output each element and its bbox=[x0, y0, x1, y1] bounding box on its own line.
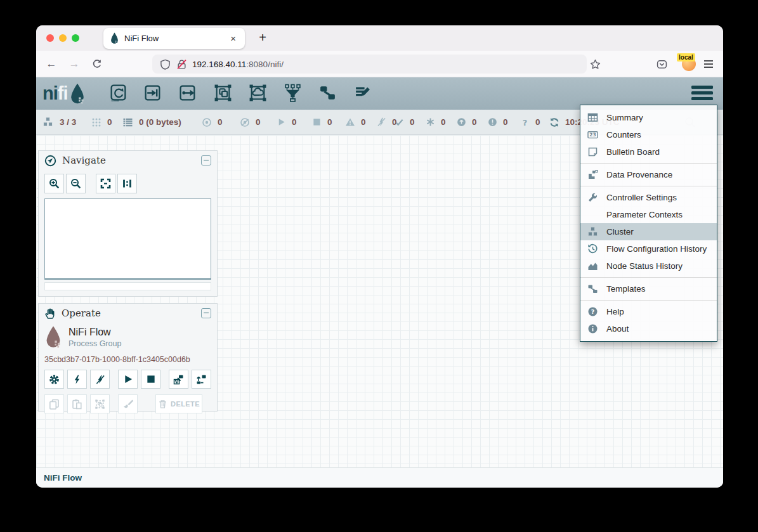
svg-text:?: ? bbox=[591, 308, 595, 315]
menu-item-controller-settings[interactable]: Controller Settings bbox=[580, 189, 717, 206]
funnel-component[interactable] bbox=[283, 83, 303, 103]
data-provenance-icon bbox=[587, 169, 598, 180]
configure-button[interactable] bbox=[44, 370, 64, 389]
fill-color-button[interactable] bbox=[118, 394, 138, 413]
menu-separator bbox=[580, 300, 717, 301]
not-transmitting-icon bbox=[240, 117, 250, 127]
status-disabled: 0 bbox=[377, 110, 397, 134]
insecure-lock-icon[interactable] bbox=[176, 59, 187, 70]
gear-icon bbox=[49, 374, 60, 385]
disable-button[interactable] bbox=[90, 370, 110, 389]
stop-button[interactable] bbox=[141, 370, 160, 389]
menu-item-about[interactable]: About bbox=[580, 320, 717, 337]
operate-collapse-button[interactable] bbox=[201, 308, 211, 318]
menu-item-flow-configuration-history[interactable]: Flow Configuration History bbox=[580, 240, 717, 257]
stopped-square-icon bbox=[312, 117, 322, 127]
menu-item-counters[interactable]: 23 Counters bbox=[580, 126, 717, 143]
navigate-toolbar bbox=[44, 174, 211, 193]
copy-button[interactable] bbox=[44, 394, 64, 413]
operate-panel-body: NiFi Flow Process Group 35cbd3b7-017b-10… bbox=[39, 323, 217, 420]
tab-strip: NiFi Flow × + bbox=[36, 25, 723, 51]
upload-template-button[interactable] bbox=[192, 370, 211, 389]
zoom-fit-button[interactable] bbox=[96, 174, 115, 193]
start-play-icon bbox=[123, 374, 133, 384]
pocket-icon[interactable] bbox=[654, 56, 669, 72]
group-selection-icon bbox=[95, 399, 105, 410]
shield-permissions-icon[interactable] bbox=[160, 59, 171, 70]
url-host: 192.168.40.11 bbox=[192, 60, 246, 69]
processor-component[interactable] bbox=[108, 83, 128, 103]
menu-item-templates[interactable]: Templates bbox=[580, 280, 717, 297]
delete-button[interactable]: DELETE bbox=[155, 394, 202, 413]
breadcrumb-root[interactable]: NiFi Flow bbox=[44, 473, 82, 483]
group-button[interactable] bbox=[90, 394, 110, 413]
selected-component-type: Process Group bbox=[69, 339, 121, 348]
process-group-component[interactable] bbox=[213, 83, 233, 103]
back-icon[interactable]: ← bbox=[44, 56, 59, 72]
forward-icon[interactable]: → bbox=[67, 56, 82, 72]
cluster-cubes-icon bbox=[587, 226, 598, 237]
remote-process-group-component[interactable] bbox=[248, 83, 268, 103]
menu-item-data-provenance[interactable]: Data Provenance bbox=[580, 166, 717, 183]
status-locally-modified-and-stale: 0 bbox=[488, 110, 508, 134]
maximize-window-button[interactable] bbox=[72, 34, 79, 42]
start-button[interactable] bbox=[118, 370, 138, 389]
zoom-in-icon bbox=[49, 178, 60, 189]
disabled-bolt-icon bbox=[377, 117, 386, 127]
asterisk-icon bbox=[426, 117, 435, 127]
nifi-logo-drop-icon bbox=[69, 82, 86, 105]
svg-text:23: 23 bbox=[589, 132, 596, 138]
check-icon bbox=[395, 117, 404, 127]
status-running: 0 bbox=[277, 110, 297, 134]
profile-avatar[interactable]: local bbox=[679, 56, 698, 72]
navigate-panel: Navigate bbox=[38, 150, 218, 297]
navigate-collapse-button[interactable] bbox=[201, 155, 211, 165]
running-play-icon bbox=[277, 117, 286, 127]
actual-size-icon bbox=[122, 178, 133, 189]
new-tab-button[interactable]: + bbox=[254, 30, 271, 45]
reload-icon[interactable] bbox=[89, 56, 105, 72]
navigate-compass-icon bbox=[44, 155, 56, 167]
nifi-logo-ni: ni bbox=[42, 81, 58, 105]
label-component[interactable] bbox=[353, 83, 372, 103]
operate-panel-header: Operate bbox=[39, 304, 217, 323]
template-component[interactable] bbox=[318, 83, 337, 103]
input-port-component[interactable] bbox=[143, 83, 163, 103]
minimize-window-button[interactable] bbox=[59, 34, 67, 42]
tab-close-icon[interactable]: × bbox=[228, 33, 239, 44]
menu-item-help[interactable]: ? Help bbox=[580, 303, 717, 320]
menu-item-bulletin-board[interactable]: Bulletin Board bbox=[580, 143, 717, 160]
browser-navbar: ← → 192.168.40.11:8080/nifi/ local bbox=[36, 51, 723, 77]
nifi-favicon bbox=[110, 32, 119, 44]
save-template-button[interactable] bbox=[169, 370, 188, 389]
menu-item-node-status-history[interactable]: Node Status History bbox=[580, 257, 717, 275]
firefox-menu-icon[interactable] bbox=[701, 56, 716, 72]
templates-icon bbox=[587, 283, 598, 294]
lightning-icon bbox=[72, 374, 82, 385]
queue-list-icon bbox=[122, 117, 133, 127]
zoom-actual-size-button[interactable] bbox=[117, 174, 137, 193]
bookmark-star-icon[interactable] bbox=[587, 56, 603, 72]
enable-button[interactable] bbox=[67, 370, 87, 389]
zoom-in-button[interactable] bbox=[44, 174, 64, 193]
zoom-out-button[interactable] bbox=[66, 174, 86, 193]
component-toolbar bbox=[108, 83, 372, 103]
paste-button[interactable] bbox=[67, 394, 87, 413]
menu-item-cluster[interactable]: Cluster bbox=[580, 223, 717, 240]
operate-panel-title: Operate bbox=[62, 308, 195, 319]
output-port-component[interactable] bbox=[178, 83, 198, 103]
birdseye-minimap[interactable] bbox=[44, 198, 211, 280]
status-clustered-nodes: 3 / 3 bbox=[42, 110, 76, 134]
bulletin-board-icon bbox=[587, 146, 598, 157]
crossed-lightning-icon bbox=[95, 374, 105, 385]
svg-text:?: ? bbox=[523, 117, 528, 127]
close-window-button[interactable] bbox=[46, 34, 54, 42]
browser-tab[interactable]: NiFi Flow × bbox=[103, 28, 245, 49]
status-history-chart-icon bbox=[587, 261, 598, 271]
url-bar[interactable]: 192.168.40.11:8080/nifi/ bbox=[152, 55, 587, 74]
menu-item-parameter-contexts[interactable]: Parameter Contexts bbox=[580, 206, 717, 223]
menu-item-summary[interactable]: Summary bbox=[580, 109, 717, 126]
nifi-global-menu-button[interactable] bbox=[691, 86, 713, 100]
url-text: 192.168.40.11:8080/nifi/ bbox=[192, 60, 284, 69]
zoom-fit-icon bbox=[100, 178, 111, 189]
